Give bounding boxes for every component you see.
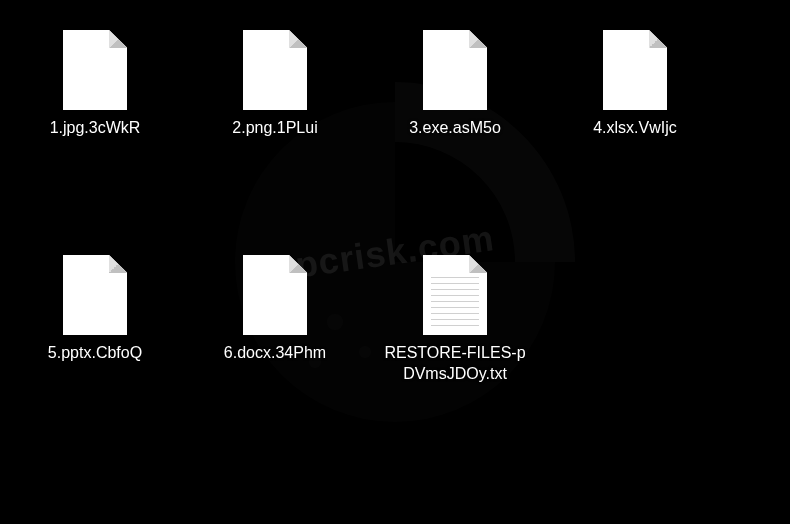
blank-file-icon xyxy=(603,30,667,110)
text-file-icon xyxy=(423,255,487,335)
desktop-area: 1.jpg.3cWkR 2.png.1PLui 3.exe.asM5o 4.xl… xyxy=(0,0,790,524)
file-label: RESTORE-FILES-pDVmsJDOy.txt xyxy=(380,343,530,385)
file-item[interactable]: 4.xlsx.VwIjc xyxy=(560,30,710,139)
file-label: 2.png.1PLui xyxy=(232,118,317,139)
file-item[interactable]: 5.pptx.CbfoQ xyxy=(20,255,170,364)
blank-file-icon xyxy=(243,255,307,335)
file-item[interactable]: 1.jpg.3cWkR xyxy=(20,30,170,139)
blank-file-icon xyxy=(63,30,127,110)
file-label: 1.jpg.3cWkR xyxy=(50,118,141,139)
blank-file-icon xyxy=(243,30,307,110)
file-item[interactable]: 6.docx.34Phm xyxy=(200,255,350,364)
file-label: 6.docx.34Phm xyxy=(224,343,326,364)
file-label: 3.exe.asM5o xyxy=(409,118,501,139)
file-item[interactable]: RESTORE-FILES-pDVmsJDOy.txt xyxy=(380,255,530,385)
file-item[interactable]: 3.exe.asM5o xyxy=(380,30,530,139)
blank-file-icon xyxy=(423,30,487,110)
blank-file-icon xyxy=(63,255,127,335)
file-label: 5.pptx.CbfoQ xyxy=(48,343,142,364)
file-label: 4.xlsx.VwIjc xyxy=(593,118,677,139)
file-item[interactable]: 2.png.1PLui xyxy=(200,30,350,139)
